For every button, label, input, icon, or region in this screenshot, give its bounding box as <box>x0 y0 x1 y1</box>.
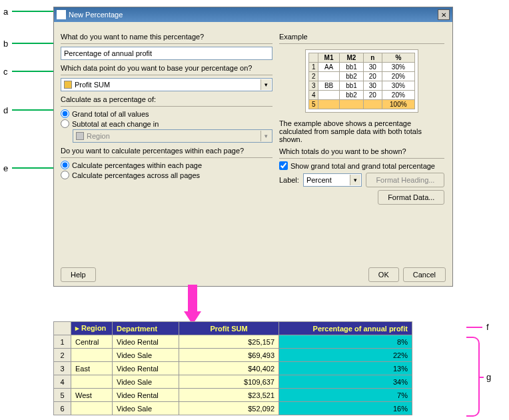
example-cell: 30 <box>363 81 382 91</box>
label-datapoint-question: Which data point do you want to base you… <box>61 64 272 72</box>
table-row: 5WestVideo Rental$23,5217% <box>54 389 412 402</box>
total-label-combo-value: Percent <box>306 176 332 184</box>
radio-subtotal-input[interactable] <box>61 119 69 128</box>
radio-across-pages-input[interactable] <box>61 171 69 179</box>
result-hdr-region: ▸ Region <box>71 322 113 335</box>
dialog-title: New Percentage <box>69 11 123 19</box>
dimension-icon <box>76 132 84 140</box>
cancel-button[interactable]: Cancel <box>403 267 446 282</box>
result-cell-dept: Video Rental <box>113 389 179 402</box>
example-cell <box>318 91 340 100</box>
result-cell-region: Central <box>71 335 113 349</box>
annotation-f-line <box>466 327 482 328</box>
result-cell-profit: $25,157 <box>179 335 279 349</box>
result-cell-dept: Video Rental <box>113 362 179 375</box>
example-cell: AA <box>318 63 340 72</box>
result-cell-dept: Video Sale <box>113 402 179 415</box>
check-show-grand-label: Show grand total and grand total percent… <box>290 162 435 170</box>
close-icon[interactable]: ✕ <box>438 9 450 20</box>
percentage-name-input[interactable] <box>61 47 272 60</box>
table-row: 6Video Sale$52,09216% <box>54 402 412 415</box>
result-cell-pct: 13% <box>279 362 412 375</box>
example-header: M2 <box>339 53 363 63</box>
example-header: % <box>382 53 415 63</box>
radio-subtotal[interactable]: Subtotal at each change in <box>61 119 272 128</box>
example-cell: BB <box>318 81 340 91</box>
result-cell-n: 1 <box>54 335 71 349</box>
table-row: 4Video Sale$109,63734% <box>54 375 412 389</box>
example-cell: 100% <box>382 100 415 109</box>
result-cell-dept: Video Sale <box>113 349 179 362</box>
example-heading: Example <box>279 33 445 41</box>
result-cell-n: 4 <box>54 375 71 389</box>
chevron-down-icon[interactable]: ▾ <box>260 79 271 90</box>
arrow-icon <box>184 285 201 325</box>
help-button[interactable]: Help <box>61 267 96 282</box>
example-cell: 30 <box>363 63 382 72</box>
format-data-button[interactable]: Format Data... <box>378 190 444 205</box>
radio-within-page-label: Calculate percentages within each page <box>72 161 202 169</box>
result-cell-pct: 7% <box>279 389 412 402</box>
example-cell: 5 <box>309 100 318 109</box>
annotation-a: a <box>3 7 8 17</box>
example-cell: 20 <box>363 91 382 100</box>
example-cell: 20% <box>382 72 415 81</box>
example-table: M1M2n% 1AAbb13030%2bb22020%3BBbb13030%4b… <box>308 53 415 109</box>
subtotal-by-combo: Region ▾ <box>73 129 272 143</box>
result-cell-profit: $52,092 <box>179 402 279 415</box>
subtotal-by-combo-value: Region <box>87 132 110 140</box>
result-cell-pct: 16% <box>279 402 412 415</box>
datapoint-combo[interactable]: Profit SUM ▾ <box>61 78 272 91</box>
app-icon <box>57 10 66 19</box>
label-name-question: What do you want to name this percentage… <box>61 33 272 41</box>
result-cell-profit: $40,402 <box>179 362 279 375</box>
example-cell: bb2 <box>339 72 363 81</box>
example-cell <box>339 100 363 109</box>
example-description: The example above shows a percentage cal… <box>279 119 445 143</box>
radio-within-page[interactable]: Calculate percentages within each page <box>61 161 272 169</box>
radio-across-pages[interactable]: Calculate percentages across all pages <box>61 171 272 179</box>
radio-within-page-input[interactable] <box>61 161 69 169</box>
ok-button[interactable]: OK <box>368 267 399 282</box>
annotation-a-line <box>12 11 55 12</box>
datapoint-combo-value: Profit SUM <box>75 81 110 89</box>
result-cell-n: 6 <box>54 402 71 415</box>
titlebar[interactable]: New Percentage ✕ <box>54 7 452 22</box>
result-cell-profit: $109,637 <box>179 375 279 389</box>
result-cell-pct: 34% <box>279 375 412 389</box>
example-header <box>309 53 318 63</box>
example-header: M1 <box>318 53 340 63</box>
radio-grand-total-label: Grand total of all values <box>72 110 149 118</box>
example-cell: bb2 <box>339 91 363 100</box>
example-cell: bb1 <box>339 81 363 91</box>
annotation-c: c <box>3 67 8 77</box>
example-cell: 3 <box>309 81 318 91</box>
annotation-g-brace <box>466 337 480 417</box>
result-hdr-pct: Percentage of annual profit <box>279 322 412 335</box>
chevron-down-icon[interactable]: ▾ <box>350 175 360 185</box>
label-as-percentage: Calculate as a percentage of: <box>61 95 272 103</box>
dialog-new-percentage: New Percentage ✕ What do you want to nam… <box>53 7 453 287</box>
example-box: M1M2n% 1AAbb13030%2bb22020%3BBbb13030%4b… <box>305 49 418 113</box>
result-cell-region <box>71 402 113 415</box>
label-label: Label: <box>279 176 299 184</box>
check-show-grand[interactable]: Show grand total and grand total percent… <box>279 161 445 170</box>
example-cell <box>318 72 340 81</box>
result-hdr-dept: Department <box>113 322 179 335</box>
annotation-e: e <box>3 163 8 173</box>
table-row: 1CentralVideo Rental$25,1578% <box>54 335 412 349</box>
radio-grand-total-input[interactable] <box>61 109 69 118</box>
annotation-b: b <box>3 39 8 49</box>
example-cell: 30% <box>382 81 415 91</box>
check-show-grand-input[interactable] <box>279 161 288 170</box>
result-cell-region <box>71 375 113 389</box>
result-cell-dept: Video Rental <box>113 335 179 349</box>
example-cell: bb1 <box>339 63 363 72</box>
example-cell: 1 <box>309 63 318 72</box>
radio-grand-total[interactable]: Grand total of all values <box>61 109 272 118</box>
radio-across-pages-label: Calculate percentages across all pages <box>72 171 200 179</box>
total-label-combo[interactable]: Percent ▾ <box>303 173 362 187</box>
format-heading-button: Format Heading... <box>366 173 444 187</box>
result-cell-profit: $23,521 <box>179 389 279 402</box>
result-table: ▸ Region Department Profit SUM Percentag… <box>53 321 412 415</box>
